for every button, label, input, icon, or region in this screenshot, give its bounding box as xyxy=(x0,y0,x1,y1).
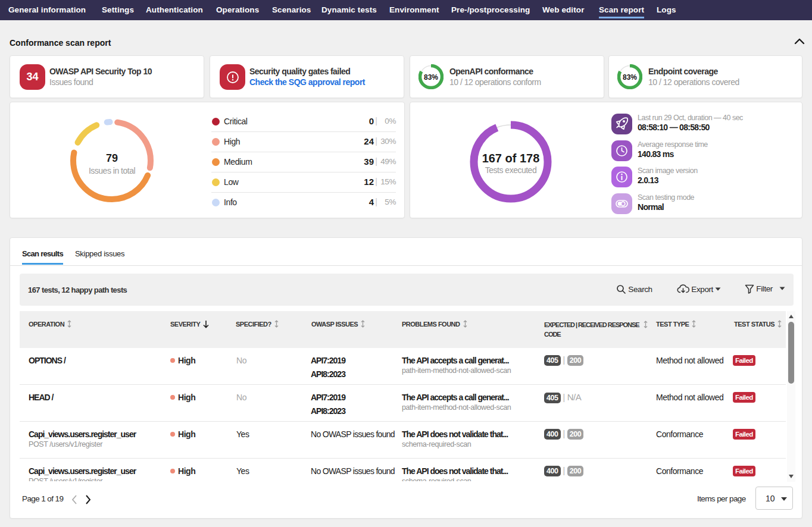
svg-text:83%: 83% xyxy=(424,73,438,81)
svg-text:83%: 83% xyxy=(623,73,637,81)
